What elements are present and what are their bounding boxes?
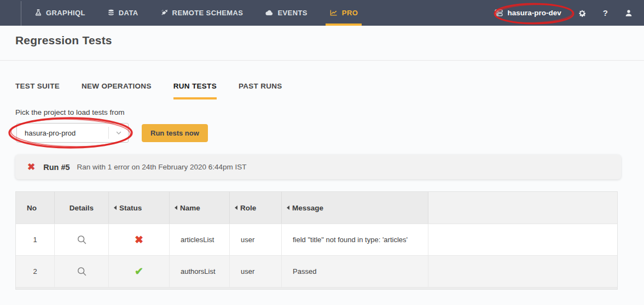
nav-item-pro[interactable]: PRO — [326, 0, 362, 26]
table-row: 2 ✔ authorsList user Passed — [16, 255, 617, 287]
nav-item-label: GRAPHIQL — [46, 9, 85, 17]
run-number-label: Run #5 — [43, 163, 69, 172]
cell-details — [55, 256, 109, 287]
tab-run-tests[interactable]: RUN TESTS — [173, 82, 217, 91]
table-header-row: No Details Status Name Role Message — [16, 192, 617, 224]
details-magnifier-button[interactable] — [76, 234, 88, 245]
account-button[interactable] — [624, 9, 633, 17]
cell-name: articlesList — [170, 224, 230, 255]
regression-tabs: TEST SUITE NEW OPERATIONS RUN TESTS PAST… — [15, 82, 282, 91]
cell-status: ✔ — [109, 256, 170, 287]
table-row: 1 ✖ articlesList user field "title" not … — [16, 224, 617, 255]
project-picker-label: Pick the project to load tests from — [15, 108, 125, 116]
line-chart-icon — [329, 9, 338, 17]
sort-icon — [235, 206, 237, 210]
cell-details — [55, 224, 109, 255]
nav-item-label: DATA — [119, 9, 138, 17]
question-mark-icon: ? — [603, 8, 608, 17]
row-filler — [428, 224, 617, 255]
page-title: Regression Tests — [15, 34, 112, 47]
status-passed-icon: ✔ — [135, 265, 143, 278]
tab-test-suite[interactable]: TEST SUITE — [15, 82, 60, 91]
plug-icon — [160, 9, 169, 17]
column-header-name[interactable]: Name — [170, 192, 230, 224]
run-tests-now-button[interactable]: Run tests now — [142, 124, 208, 142]
chevron-down-icon — [108, 127, 128, 139]
database-icon — [107, 9, 115, 17]
sort-icon — [287, 206, 289, 210]
nav-item-graphiql[interactable]: GRAPHIQL — [31, 0, 89, 26]
sort-icon — [114, 206, 117, 210]
cell-role: user — [230, 224, 282, 255]
hasura-pro-console: GRAPHIQL DATA REMOTE SCHEMAS EVENTS — [0, 0, 644, 305]
row-filler — [428, 256, 617, 287]
nav-item-label: PRO — [342, 9, 358, 17]
status-failed-icon: ✖ — [135, 233, 143, 246]
current-project-label: hasura-pro-dev — [508, 9, 561, 17]
results-table: No Details Status Name Role Message — [15, 191, 618, 290]
header-filler — [428, 192, 617, 224]
error-x-icon: ✖ — [27, 161, 35, 173]
cell-no: 1 — [16, 224, 55, 255]
column-header-role[interactable]: Role — [230, 192, 282, 224]
nav-item-label: REMOTE SCHEMAS — [172, 9, 243, 17]
user-icon — [624, 9, 633, 17]
nav-item-label: EVENTS — [277, 9, 307, 17]
nav-item-remote-schemas[interactable]: REMOTE SCHEMAS — [156, 0, 247, 26]
cloud-icon — [265, 9, 274, 17]
run-summary-detail: Ran with 1 error on 24th February 2020 6… — [77, 163, 247, 171]
server-icon — [494, 8, 503, 17]
cell-role: user — [230, 256, 282, 287]
nav-menu: GRAPHIQL DATA REMOTE SCHEMAS EVENTS — [31, 0, 376, 26]
nav-right-cluster: hasura-pro-dev ? — [494, 0, 644, 26]
flask-icon — [34, 9, 42, 17]
run-summary-bar: ✖ Run #5 Ran with 1 error on 24th Februa… — [15, 155, 621, 179]
sort-icon — [175, 206, 177, 210]
cell-no: 2 — [16, 256, 55, 287]
cell-status: ✖ — [109, 224, 170, 255]
header-divider — [0, 60, 644, 61]
nav-item-events[interactable]: EVENTS — [261, 0, 311, 26]
gear-icon — [578, 9, 587, 17]
cell-message: field "title" not found in type: 'articl… — [282, 224, 428, 255]
column-header-no: No — [16, 192, 55, 224]
details-magnifier-button[interactable] — [76, 266, 88, 277]
current-project-button[interactable]: hasura-pro-dev — [494, 8, 561, 17]
project-select[interactable]: hasura-pro-prod — [16, 123, 129, 143]
tab-past-runs[interactable]: PAST RUNS — [239, 82, 282, 91]
project-select-value: hasura-pro-prod — [17, 129, 108, 137]
nav-divider — [21, 1, 21, 26]
nav-item-data[interactable]: DATA — [103, 0, 142, 26]
table-footer-strip — [16, 287, 617, 289]
cell-message: Passed — [282, 256, 428, 287]
column-header-details: Details — [55, 192, 109, 224]
cell-name: authorsList — [170, 256, 230, 287]
top-nav: GRAPHIQL DATA REMOTE SCHEMAS EVENTS — [0, 0, 644, 26]
help-button[interactable]: ? — [603, 8, 608, 17]
column-header-message[interactable]: Message — [282, 192, 428, 224]
tab-new-operations[interactable]: NEW OPERATIONS — [82, 82, 152, 91]
settings-button[interactable] — [578, 9, 587, 17]
column-header-status[interactable]: Status — [109, 192, 170, 224]
